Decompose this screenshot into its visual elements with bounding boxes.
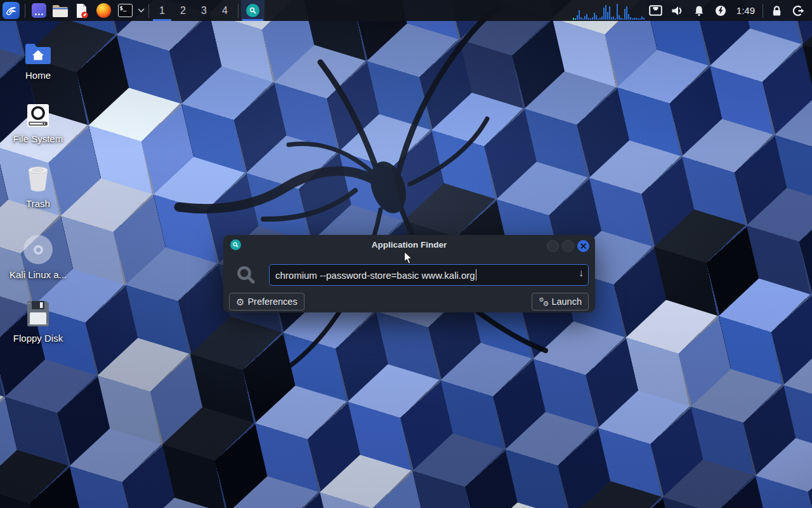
close-icon bbox=[580, 243, 586, 249]
application-finder-window: Application Finder chromium --password-s… bbox=[223, 235, 595, 312]
desktop-icon-home[interactable]: Home bbox=[8, 36, 69, 81]
close-button[interactable] bbox=[577, 240, 589, 252]
lock-screen-button[interactable] bbox=[766, 0, 787, 21]
desktop-icon-floppy[interactable]: Floppy Disk bbox=[8, 298, 69, 344]
launch-icon: ⚙⚙ bbox=[539, 297, 548, 307]
text-editor-launcher[interactable] bbox=[71, 0, 93, 21]
command-input-value: chromium --password-store=basic www.kali… bbox=[275, 270, 475, 281]
workspace-4[interactable]: 4 bbox=[214, 0, 235, 21]
network-tray-button[interactable] bbox=[645, 0, 667, 21]
logout-icon bbox=[792, 4, 804, 17]
workspace-2-label: 2 bbox=[180, 5, 186, 17]
minimize-button[interactable] bbox=[547, 240, 559, 252]
network-icon bbox=[649, 5, 662, 16]
text-caret bbox=[476, 269, 477, 281]
file-manager-launcher[interactable] bbox=[49, 0, 71, 21]
file-manager-icon bbox=[52, 4, 69, 18]
application-finder-icon bbox=[246, 4, 259, 17]
desktop-icon-kali-docs[interactable]: Kali Linux a... bbox=[8, 235, 69, 280]
search-icon bbox=[235, 264, 258, 286]
launch-button-label: Launch bbox=[551, 297, 582, 307]
notifications-tray-button[interactable] bbox=[688, 0, 710, 21]
home-folder-icon bbox=[24, 42, 52, 65]
volume-tray-button[interactable] bbox=[667, 0, 688, 21]
terminal-icon: $_ bbox=[118, 4, 133, 17]
gear-icon: ⚙ bbox=[236, 297, 244, 307]
power-manager-icon bbox=[715, 5, 726, 17]
command-input[interactable]: chromium --password-store=basic www.kali… bbox=[269, 264, 589, 286]
workspace-4-label: 4 bbox=[222, 5, 228, 17]
notifications-icon bbox=[693, 5, 705, 17]
window-title: Application Finder bbox=[223, 235, 595, 254]
filesystem-drive-icon bbox=[25, 103, 51, 128]
power-manager-tray-button[interactable] bbox=[710, 0, 731, 21]
trash-icon bbox=[25, 165, 51, 193]
arrow-down-icon[interactable]: ↓ bbox=[579, 267, 584, 279]
chevron-down-icon bbox=[138, 8, 145, 13]
workspace-3[interactable]: 3 bbox=[193, 0, 214, 21]
taskbar-application-finder[interactable] bbox=[241, 0, 265, 21]
kali-docs-disc-icon bbox=[23, 235, 53, 264]
desktop-icon-label: Trash bbox=[26, 198, 50, 209]
maximize-button[interactable] bbox=[562, 240, 574, 252]
firefox-icon bbox=[96, 3, 111, 18]
lock-icon bbox=[771, 5, 782, 17]
floppy-disk-icon bbox=[25, 300, 51, 328]
cpu-graph[interactable] bbox=[573, 0, 645, 21]
preferences-button-label: Preferences bbox=[247, 297, 297, 307]
volume-icon bbox=[671, 5, 684, 17]
panel-separator bbox=[238, 4, 239, 18]
kali-menu-icon bbox=[3, 2, 20, 19]
terminal-launcher[interactable]: $_ bbox=[114, 0, 136, 21]
workspace-2[interactable]: 2 bbox=[173, 0, 193, 21]
show-desktop-icon bbox=[32, 3, 46, 18]
clock[interactable]: 1:49 bbox=[731, 0, 760, 21]
desktop-icon-label: Home bbox=[25, 70, 51, 81]
desktop-icon-label: Kali Linux a... bbox=[10, 269, 67, 280]
desktop-icon-label: Floppy Disk bbox=[13, 333, 63, 344]
kali-menu-button[interactable] bbox=[0, 0, 22, 21]
top-panel: $_ 1 2 3 4 bbox=[0, 0, 812, 21]
preferences-button[interactable]: ⚙ Preferences bbox=[229, 293, 304, 311]
desktop-icon-trash[interactable]: Trash bbox=[8, 164, 69, 209]
panel-separator bbox=[148, 4, 149, 18]
desktop-icon-label: File System bbox=[13, 133, 63, 144]
text-editor-icon bbox=[74, 3, 89, 18]
workspace-3-label: 3 bbox=[201, 5, 207, 17]
workspace-1[interactable]: 1 bbox=[152, 0, 173, 21]
logout-button[interactable] bbox=[787, 0, 809, 21]
firefox-launcher[interactable] bbox=[93, 0, 114, 21]
clock-label: 1:49 bbox=[737, 5, 755, 16]
launch-button[interactable]: ⚙⚙ Launch bbox=[532, 293, 589, 311]
titlebar[interactable]: Application Finder bbox=[223, 235, 595, 254]
panel-separator bbox=[763, 4, 763, 18]
show-desktop-button[interactable] bbox=[28, 0, 49, 21]
desktop-icon-filesystem[interactable]: File System bbox=[8, 99, 69, 144]
panel-separator bbox=[25, 4, 25, 18]
desktop: $_ 1 2 3 4 bbox=[0, 0, 812, 508]
workspace-1-label: 1 bbox=[159, 5, 165, 17]
terminal-dropdown-button[interactable] bbox=[136, 0, 146, 21]
